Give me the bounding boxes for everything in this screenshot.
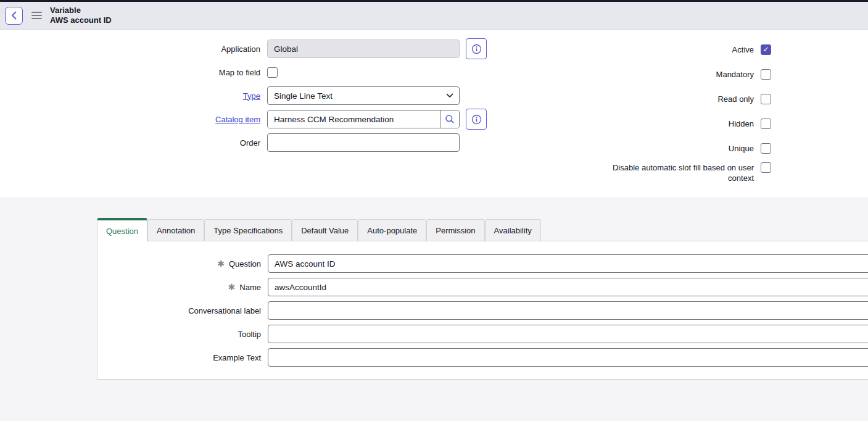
disable-slot-fill-row: Disable automatic slot fill based on use… bbox=[586, 160, 771, 190]
type-label-link[interactable]: Type bbox=[243, 91, 260, 101]
form-right-column: Active Mandatory Read only Hidden Unique… bbox=[586, 30, 771, 190]
unique-row: Unique bbox=[586, 136, 771, 160]
tabbed-section: Question Annotation Type Specifications … bbox=[0, 198, 868, 421]
catalog-item-label-link[interactable]: Catalog item bbox=[215, 115, 260, 124]
active-label: Active bbox=[732, 44, 754, 55]
tab-annotation[interactable]: Annotation bbox=[147, 219, 204, 241]
variable-form: Application Map to field Type Single Lin… bbox=[0, 30, 868, 197]
question-label: Question bbox=[229, 259, 261, 269]
tab-type-specifications[interactable]: Type Specifications bbox=[204, 219, 292, 241]
required-marker-icon: ✱ bbox=[217, 259, 225, 269]
catalog-item-field[interactable] bbox=[268, 110, 440, 128]
tab-default-value[interactable]: Default Value bbox=[292, 219, 358, 241]
order-label: Order bbox=[0, 138, 260, 148]
mandatory-row: Mandatory bbox=[586, 62, 771, 86]
type-select[interactable]: Single Line Text bbox=[267, 86, 460, 105]
tab-bar: Question Annotation Type Specifications … bbox=[97, 198, 868, 241]
catalog-item-field-group bbox=[267, 110, 460, 128]
search-icon bbox=[445, 114, 455, 124]
tab-availability[interactable]: Availability bbox=[485, 219, 541, 241]
mandatory-label: Mandatory bbox=[716, 69, 754, 80]
application-label: Application bbox=[0, 44, 260, 54]
name-field[interactable] bbox=[268, 278, 868, 296]
map-to-field-row: Map to field bbox=[0, 60, 506, 84]
question-row: ✱ Question bbox=[97, 254, 868, 273]
chevron-down-icon bbox=[446, 93, 453, 98]
catalog-item-row: Catalog item bbox=[0, 107, 506, 131]
unique-checkbox[interactable] bbox=[761, 143, 771, 154]
info-icon bbox=[471, 44, 482, 54]
type-select-value: Single Line Text bbox=[274, 91, 333, 101]
tooltip-field[interactable] bbox=[268, 325, 868, 343]
unique-label: Unique bbox=[729, 143, 754, 154]
tab-question[interactable]: Question bbox=[97, 218, 147, 241]
order-field[interactable] bbox=[267, 133, 460, 152]
hidden-row: Hidden bbox=[586, 111, 771, 136]
example-text-row: ✱ Example Text bbox=[97, 348, 868, 367]
map-to-field-label: Map to field bbox=[0, 68, 260, 77]
read-only-row: Read only bbox=[586, 86, 771, 111]
record-name-title: AWS account ID bbox=[50, 15, 112, 25]
required-marker-icon: ✱ bbox=[228, 282, 236, 292]
page-title: Variable AWS account ID bbox=[50, 6, 112, 25]
active-checkbox[interactable] bbox=[761, 44, 771, 55]
application-row: Application bbox=[0, 37, 506, 60]
read-only-checkbox[interactable] bbox=[761, 94, 771, 104]
mandatory-checkbox[interactable] bbox=[761, 69, 771, 80]
hidden-checkbox[interactable] bbox=[761, 119, 771, 129]
name-row: ✱ Name bbox=[97, 278, 868, 296]
application-info-button[interactable] bbox=[466, 38, 487, 59]
read-only-label: Read only bbox=[717, 94, 754, 104]
application-field bbox=[267, 40, 460, 58]
map-to-field-checkbox[interactable] bbox=[267, 67, 278, 78]
active-row: Active bbox=[586, 37, 771, 62]
chevron-left-icon bbox=[11, 11, 17, 20]
conversational-label-label: Conversational label bbox=[188, 306, 261, 315]
example-text-label: Example Text bbox=[213, 353, 261, 362]
conversational-label-field[interactable] bbox=[268, 301, 868, 320]
back-button[interactable] bbox=[5, 7, 23, 25]
order-row: Order bbox=[0, 131, 506, 154]
name-label: Name bbox=[239, 283, 261, 292]
type-row: Type Single Line Text bbox=[0, 84, 506, 107]
app-header: Variable AWS account ID bbox=[0, 2, 868, 30]
question-field[interactable] bbox=[268, 254, 868, 273]
example-text-field[interactable] bbox=[268, 348, 868, 367]
disable-slot-fill-checkbox[interactable] bbox=[761, 162, 771, 173]
hamburger-menu-icon[interactable] bbox=[31, 12, 42, 19]
catalog-item-info-button[interactable] bbox=[466, 109, 487, 130]
conversational-label-row: ✱ Conversational label bbox=[97, 301, 868, 320]
form-left-column: Application Map to field Type Single Lin… bbox=[0, 30, 506, 154]
tooltip-label: Tooltip bbox=[238, 330, 261, 339]
question-tab-panel: ✱ Question ✱ Name ✱ Conversational label… bbox=[97, 241, 868, 380]
disable-slot-fill-label: Disable automatic slot fill based on use… bbox=[602, 162, 754, 183]
tab-auto-populate[interactable]: Auto-populate bbox=[358, 219, 426, 241]
tab-permission[interactable]: Permission bbox=[426, 219, 484, 241]
info-icon bbox=[471, 114, 482, 125]
tooltip-row: ✱ Tooltip bbox=[97, 325, 868, 343]
catalog-item-lookup-button[interactable] bbox=[440, 110, 459, 128]
record-type-title: Variable bbox=[50, 6, 112, 15]
hidden-label: Hidden bbox=[729, 119, 754, 129]
